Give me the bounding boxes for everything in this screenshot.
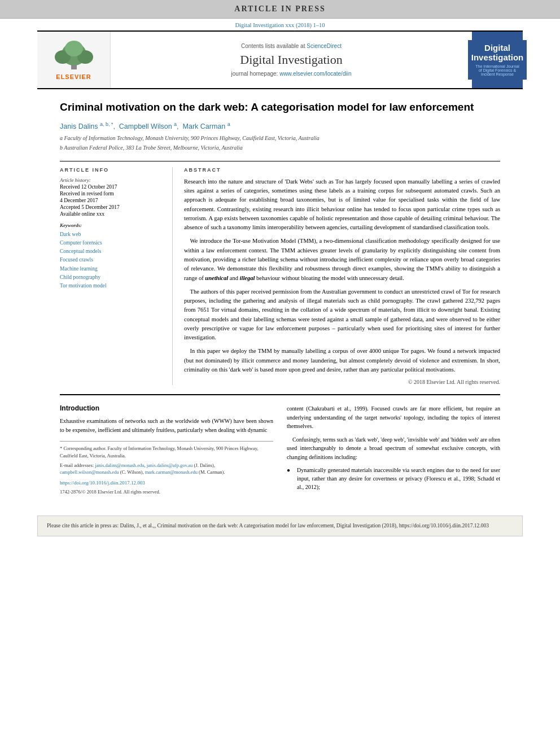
- authors-line: Janis Dalins a, b, *, Campbell Wilson a,…: [60, 121, 500, 130]
- abstract-col: ABSTRACT Research into the nature and st…: [184, 167, 500, 385]
- journal-header-center: Contents lists available at ScienceDirec…: [111, 32, 472, 88]
- intro-text-right: content (Chakrabarti et al., 1999). Focu…: [287, 404, 500, 461]
- intro-para-right-2: Confusingly, terms such as 'dark web', '…: [287, 435, 500, 462]
- sciencedirect-line: Contents lists available at ScienceDirec…: [241, 43, 342, 49]
- body-section: Introduction Exhaustive examinations of …: [60, 394, 500, 495]
- journal-header: ELSEVIER Contents lists available at Sci…: [37, 30, 523, 89]
- bullet-text-1: Dynamically generated materials inaccess…: [297, 466, 500, 491]
- email-4[interactable]: mark.carman@monash.edu: [145, 469, 198, 475]
- keyword-6: Child pornography: [60, 273, 164, 282]
- accepted-date: Accepted 5 December 2017: [60, 204, 164, 210]
- footnotes: * Corresponding author. Faculty of Infor…: [60, 441, 273, 495]
- abstract-para-1: Research into the nature and structure o…: [184, 177, 500, 233]
- abstract-text: Research into the nature and structure o…: [184, 177, 500, 374]
- introduction-heading: Introduction: [60, 404, 273, 412]
- bullet-section: ● Dynamically generated materials inacce…: [287, 466, 500, 491]
- available-online: Available online xxx: [60, 211, 164, 217]
- received-date-1: Received 12 October 2017: [60, 184, 164, 190]
- journal-citation: Digital Investigation xxx (2018) 1–10: [235, 22, 325, 28]
- keyword-5: Machine learning: [60, 265, 164, 273]
- intro-para-right-1: content (Chakrabarti et al., 1999). Focu…: [287, 404, 500, 431]
- article-content: Criminal motivation on the dark web: A c…: [37, 89, 523, 506]
- rights-line: 1742-2876/© 2018 Elsevier Ltd. All right…: [60, 488, 273, 496]
- di-logo-box: DigitalInvestigation The International J…: [468, 40, 527, 80]
- keyword-4: Focused crawls: [60, 256, 164, 264]
- article-info-heading: ARTICLE INFO: [60, 167, 164, 173]
- received-revised-label: Received in revised form: [60, 191, 164, 196]
- article-history: Article history: Received 12 October 201…: [60, 177, 164, 217]
- di-logo-section: DigitalInvestigation The International J…: [472, 32, 523, 88]
- email-name-3: (C. Wilson),: [120, 469, 144, 475]
- body-col-right: content (Chakrabarti et al., 1999). Focu…: [287, 404, 500, 495]
- homepage-url[interactable]: www.elsevier.com/locate/diin: [279, 71, 351, 77]
- history-label: Article history:: [60, 177, 164, 183]
- email-1[interactable]: janis.dalins@monash.edu: [95, 462, 144, 468]
- journal-link-line: Digital Investigation xxx (2018) 1–10: [37, 19, 523, 30]
- intro-text-left: Exhaustive examinations of networks such…: [60, 417, 273, 434]
- citation-bar: Please cite this article in press as: Da…: [37, 516, 523, 536]
- author-1: Janis Dalins a, b, *: [60, 123, 113, 130]
- corresponding-note: * Corresponding author. Faculty of Infor…: [60, 445, 273, 460]
- body-col-left: Introduction Exhaustive examinations of …: [60, 404, 273, 495]
- article-title: Criminal motivation on the dark web: A c…: [60, 101, 500, 115]
- received-date-2: 4 December 2017: [60, 198, 164, 203]
- journal-title: Digital Investigation: [240, 53, 342, 67]
- author-3: Mark Carman a: [183, 123, 230, 130]
- keyword-2: Computer forensics: [60, 239, 164, 247]
- abstract-heading: ABSTRACT: [184, 167, 500, 173]
- email-label: E-mail addresses:: [60, 462, 95, 468]
- email-name-4: (M. Carman).: [199, 469, 225, 475]
- keyword-7: Tor motivation model: [60, 282, 164, 290]
- email-2[interactable]: janis.dalins@afp.gov.au: [147, 462, 193, 468]
- bullet-dot-1: ●: [287, 466, 292, 491]
- article-info-col: ARTICLE INFO Article history: Received 1…: [60, 167, 173, 385]
- keywords-section: Keywords: Dark web Computer forensics Co…: [60, 222, 164, 290]
- article-in-press-banner: ARTICLE IN PRESS: [0, 0, 560, 19]
- abstract-para-4: In this paper we deploy the TMM by manua…: [184, 347, 500, 374]
- affil-1: a Faculty of Information Technology, Mon…: [60, 134, 500, 142]
- article-info-abstract: ARTICLE INFO Article history: Received 1…: [60, 161, 500, 385]
- keywords-label: Keywords:: [60, 222, 164, 228]
- intro-para-1: Exhaustive examinations of networks such…: [60, 417, 273, 434]
- svg-point-4: [65, 41, 83, 56]
- abstract-para-2: We introduce the Tor-use Motivation Mode…: [184, 237, 500, 282]
- sciencedirect-link[interactable]: ScienceDirect: [307, 43, 342, 49]
- keyword-3: Conceptual models: [60, 247, 164, 256]
- author-2: Campbell Wilson a: [119, 123, 177, 130]
- elsevier-label: ELSEVIER: [56, 73, 91, 80]
- keyword-1: Dark web: [60, 230, 164, 239]
- elsevier-logo-section: ELSEVIER: [37, 32, 111, 88]
- email-addresses: E-mail addresses: janis.dalins@monash.ed…: [60, 462, 273, 477]
- elsevier-tree-icon: [49, 40, 99, 71]
- abstract-para-3: The authors of this paper received permi…: [184, 287, 500, 343]
- bullet-item-1: ● Dynamically generated materials inacce…: [287, 466, 500, 491]
- email-name-1: (J. Dalins),: [194, 462, 216, 468]
- affiliations: a Faculty of Information Technology, Mon…: [60, 134, 500, 152]
- email-3[interactable]: campbell.wilson@monash.edu: [60, 469, 119, 475]
- journal-homepage: journal homepage: www.elsevier.com/locat…: [231, 71, 352, 77]
- doi-link[interactable]: https://doi.org/10.1016/j.diin.2017.12.0…: [60, 479, 273, 487]
- copyright-line: © 2018 Elsevier Ltd. All rights reserved…: [184, 379, 500, 385]
- affil-2: b Australian Federal Police, 383 La Trob…: [60, 143, 500, 152]
